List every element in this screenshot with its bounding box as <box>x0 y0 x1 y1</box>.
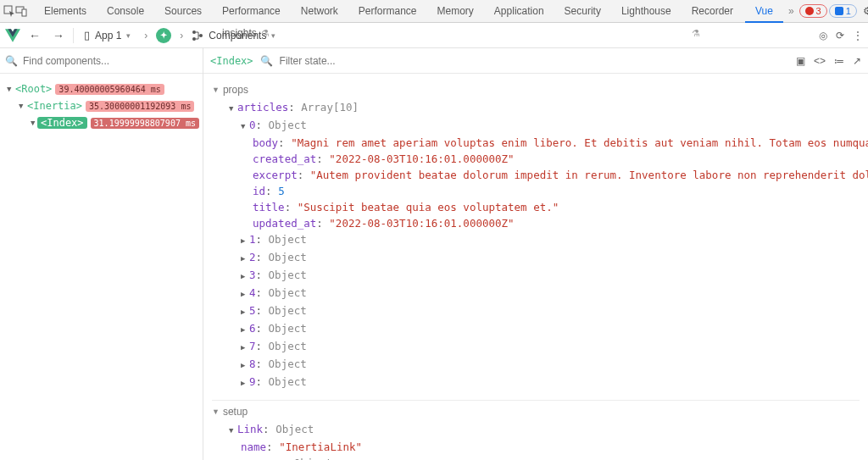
item-4[interactable]: ▶4: Object <box>212 285 860 302</box>
gear-icon[interactable]: ⚙ <box>859 5 868 17</box>
chevron-down-icon: ▾ <box>271 31 275 40</box>
svg-point-4 <box>192 37 196 41</box>
svg-point-3 <box>192 30 196 34</box>
link-name[interactable]: name: "InertiaLink" <box>212 439 860 455</box>
item-0[interactable]: ▼0: Object <box>212 117 860 135</box>
item-0-created[interactable]: created_at: "2022-08-03T10:16:01.000000Z… <box>212 151 860 167</box>
phone-icon: ▯ <box>84 29 90 42</box>
search-icon: 🔍 <box>260 55 273 67</box>
vue-toolbar: ← → ▯ App 1 ▾ › ✦ › Components ▾ ◎ ⟳ ⋮ <box>0 23 868 48</box>
item-0-excerpt[interactable]: excerpt: "Autem provident beatae dolorum… <box>212 167 860 183</box>
collapse-icon[interactable]: ▼ <box>19 102 27 110</box>
error-badge[interactable]: 3 <box>799 4 827 18</box>
component-name: <Inertia> <box>27 100 82 112</box>
inspector-icon[interactable]: ✦ <box>156 28 171 43</box>
svg-point-5 <box>199 34 203 37</box>
more-tabs-icon[interactable]: » <box>783 5 799 17</box>
find-components-row: 🔍 <box>0 48 203 74</box>
devtools-tab-vue[interactable]: Vue <box>745 0 783 22</box>
refresh-icon[interactable]: ⟳ <box>836 30 844 42</box>
back-button[interactable]: ← <box>25 29 44 42</box>
devtools-tab-sources[interactable]: Sources <box>154 0 212 22</box>
item-1[interactable]: ▶1: Object <box>212 231 860 249</box>
item-0-body[interactable]: body: "Magni rem amet aperiam voluptas e… <box>212 135 860 151</box>
devtools-tab-console[interactable]: Console <box>97 0 154 22</box>
link-row[interactable]: ▼Link: Object <box>212 421 860 439</box>
devtools-tab-security[interactable]: Security <box>554 0 611 22</box>
collapse-icon[interactable]: ▼ <box>7 85 15 93</box>
app-select-label: App 1 <box>95 30 121 42</box>
scroll-to-icon[interactable]: ▣ <box>796 55 805 67</box>
target-icon[interactable]: ◎ <box>819 30 827 42</box>
item-9[interactable]: ▶9: Object <box>212 374 860 391</box>
devtools-tab-memory[interactable]: Memory <box>427 0 484 22</box>
devtools-tab-performance-insights[interactable]: Performance insights ⚗ <box>212 0 291 22</box>
vue-logo-icon <box>5 28 20 43</box>
item-3[interactable]: ▶3: Object <box>212 267 860 285</box>
chevron-down-icon: ▾ <box>126 31 131 40</box>
edit-icon[interactable]: ≔ <box>834 55 844 67</box>
devtools-tab-recorder[interactable]: Recorder ⚗ <box>682 0 745 22</box>
breadcrumb-chevron-icon: › <box>176 30 186 42</box>
articles-row[interactable]: ▼articles: Array[10] <box>212 99 860 117</box>
filter-state-input[interactable] <box>280 55 449 67</box>
devtools-tab-application[interactable]: Application <box>484 0 554 22</box>
selected-component-name: <Index> <box>210 55 253 67</box>
link-props[interactable]: ▶props: Object <box>212 455 860 460</box>
item-2[interactable]: ▶2: Object <box>212 249 860 267</box>
device-toolbar-icon[interactable] <box>15 0 27 22</box>
timing-badge: 39.40000005960464 ms <box>55 84 164 95</box>
devtools-tab-lighthouse[interactable]: Lighthouse <box>611 0 682 22</box>
tree-node-index[interactable]: ▼<Index>31.19999998807907 ms <box>3 114 199 131</box>
collapse-icon[interactable]: ▼ <box>31 119 37 127</box>
item-8[interactable]: ▶8: Object <box>212 356 860 374</box>
tree-icon <box>192 30 203 42</box>
item-7[interactable]: ▶7: Object <box>212 338 860 356</box>
item-0-id[interactable]: id: 5 <box>212 183 860 199</box>
tree-node-root[interactable]: ▼<Root>39.40000005960464 ms <box>3 80 199 97</box>
timing-badge: 35.30000001192093 ms <box>86 101 194 112</box>
forward-button[interactable]: → <box>49 29 68 42</box>
open-in-new-icon[interactable]: ↗ <box>853 55 861 67</box>
item-0-title[interactable]: title: "Suscipit beatae quia eos volupta… <box>212 199 860 215</box>
section-props[interactable]: ▼props <box>212 84 860 96</box>
svg-rect-2 <box>22 9 26 16</box>
message-badge[interactable]: 1 <box>829 4 857 18</box>
item-0-updated[interactable]: updated_at: "2022-08-03T10:16:01.000000Z… <box>212 215 860 231</box>
devtools-tab-performance[interactable]: Performance <box>348 0 427 22</box>
component-tree-pane: 🔍 ▼<Root>39.40000005960464 ms▼<Inertia>3… <box>0 48 203 460</box>
devtools-tab-elements[interactable]: Elements <box>34 0 97 22</box>
component-name: <Index> <box>37 117 87 129</box>
devtools-tab-bar: ElementsConsoleSourcesPerformance insigh… <box>0 0 868 23</box>
breadcrumb-chevron-icon: › <box>141 30 151 42</box>
item-5[interactable]: ▶5: Object <box>212 302 860 320</box>
component-name: <Root> <box>15 83 52 95</box>
kebab-icon[interactable]: ⋮ <box>853 30 863 42</box>
tree-node-inertia[interactable]: ▼<Inertia>35.30000001192093 ms <box>3 97 199 114</box>
search-icon: 🔍 <box>5 55 18 67</box>
item-6[interactable]: ▶6: Object <box>212 320 860 338</box>
app-select[interactable]: ▯ App 1 ▾ <box>79 29 136 42</box>
devtools-tab-network[interactable]: Network <box>291 0 348 22</box>
inspect-icon[interactable] <box>3 0 15 22</box>
section-setup[interactable]: ▼setup <box>212 400 860 418</box>
state-pane: <Index> 🔍 ▣ <> ≔ ↗ ▼props▼articles: Arra… <box>203 48 868 460</box>
timing-badge: 31.19999998807907 ms <box>91 118 199 129</box>
find-components-input[interactable] <box>23 55 198 67</box>
show-code-icon[interactable]: <> <box>814 55 826 67</box>
